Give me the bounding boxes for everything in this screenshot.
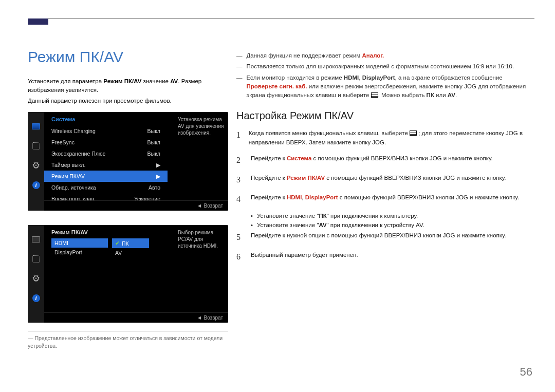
page-number: 56 bbox=[520, 365, 532, 379]
step-item: 4 Перейдите к HDMI, DisplayPort с помощь… bbox=[236, 193, 534, 206]
gear-icon: ⚙ bbox=[32, 161, 40, 170]
header-accent bbox=[28, 18, 48, 25]
step-item: 6 Выбранный параметр будет применен. bbox=[236, 251, 534, 263]
osd-menu-row[interactable]: Обнар. источникаАвто bbox=[44, 182, 168, 193]
intro-paragraph-2: Данный параметр полезен при просмотре фи… bbox=[28, 98, 213, 104]
osd-mode-option[interactable]: ✔ПК bbox=[112, 238, 149, 248]
brightness-icon bbox=[32, 142, 40, 150]
note-bullet: ― Данная функция не поддерживает режим А… bbox=[236, 51, 534, 60]
menu-icon bbox=[371, 92, 378, 98]
step-number: 1 bbox=[236, 129, 242, 147]
osd-footer-label: Возврат bbox=[204, 315, 224, 321]
screen-icon bbox=[32, 122, 40, 130]
screen-icon bbox=[32, 235, 40, 244]
osd-help-text: Установка режима AV для увеличения изобр… bbox=[178, 116, 224, 136]
osd-footer: ◀ Возврат bbox=[44, 200, 228, 211]
intro-paragraph-1: Установите для параметра Режим ПК/AV зна… bbox=[28, 77, 213, 95]
header-rule bbox=[28, 18, 534, 19]
step-item: 1 Когда появится меню функциональных кла… bbox=[236, 129, 534, 147]
step-number: 3 bbox=[236, 174, 244, 186]
osd-footer: ◀ Возврат bbox=[44, 312, 228, 323]
section-heading: Настройка Режим ПК/AV bbox=[236, 110, 534, 122]
osd-source-option[interactable]: DisplayPort bbox=[51, 248, 108, 257]
osd-menu-row[interactable]: Режим ПК/AV▶ bbox=[44, 171, 168, 182]
osd-menu-row[interactable]: Wireless ChargingВыкл bbox=[44, 125, 168, 137]
back-icon: ◀ bbox=[198, 315, 201, 320]
dash-icon: ― bbox=[236, 73, 243, 100]
osd-menu-row[interactable]: FreeSyncВыкл bbox=[44, 137, 168, 148]
dash-icon: ― bbox=[236, 51, 243, 60]
step-item: 3 Перейдите к Режим ПК/AV с помощью функ… bbox=[236, 174, 534, 186]
step-number: 4 bbox=[236, 193, 244, 206]
step-number: 2 bbox=[236, 154, 244, 166]
info-icon: i bbox=[32, 181, 40, 189]
osd-sidebar: ⚙ i bbox=[28, 112, 44, 211]
step-number: 5 bbox=[236, 231, 244, 244]
right-column: ― Данная функция не поддерживает режим А… bbox=[236, 51, 534, 270]
sub-bullet: •Установите значение "ПК" при подключени… bbox=[251, 213, 534, 219]
osd-menu-row[interactable]: Экосохранение ПлюсВыкл bbox=[44, 148, 168, 159]
page-title: Режим ПК/AV bbox=[28, 48, 123, 66]
osd-footer-label: Возврат bbox=[204, 203, 224, 209]
note-bullet: ― Поставляется только для широкоэкранных… bbox=[236, 62, 534, 71]
osd-system-menu: ⚙ i Система Установка режима AV для увел… bbox=[28, 112, 228, 211]
gear-icon: ⚙ bbox=[32, 274, 40, 283]
osd-menu-row[interactable]: Таймер выкл.▶ bbox=[44, 159, 168, 171]
osd-help-text: Выбор режима PC/AV для источника HDMI. bbox=[178, 229, 224, 249]
menu-icon bbox=[410, 130, 417, 136]
step-item: 5 Перейдите к нужной опции с помощью фун… bbox=[236, 231, 534, 244]
step-item: 2 Перейдите к Система с помощью функций … bbox=[236, 154, 534, 166]
dash-icon: ― bbox=[236, 62, 243, 71]
brightness-icon bbox=[32, 255, 40, 263]
step-number: 6 bbox=[236, 251, 244, 263]
note-bullet: ― Если монитор находится в режиме HDMI, … bbox=[236, 73, 534, 100]
image-footnote: ― Представленное изображение может отлич… bbox=[28, 331, 228, 349]
osd-pcav-menu: ⚙ i Режим ПК/AV Выбор режима PC/AV для и… bbox=[28, 225, 228, 323]
info-icon: i bbox=[32, 294, 40, 302]
osd-sidebar: ⚙ i bbox=[28, 225, 44, 323]
osd-source-option[interactable]: HDMI bbox=[51, 238, 108, 248]
osd-mode-option[interactable]: AV bbox=[112, 248, 149, 257]
sub-bullet: •Установите значение "AV" при подключени… bbox=[251, 222, 534, 228]
back-icon: ◀ bbox=[198, 203, 201, 208]
